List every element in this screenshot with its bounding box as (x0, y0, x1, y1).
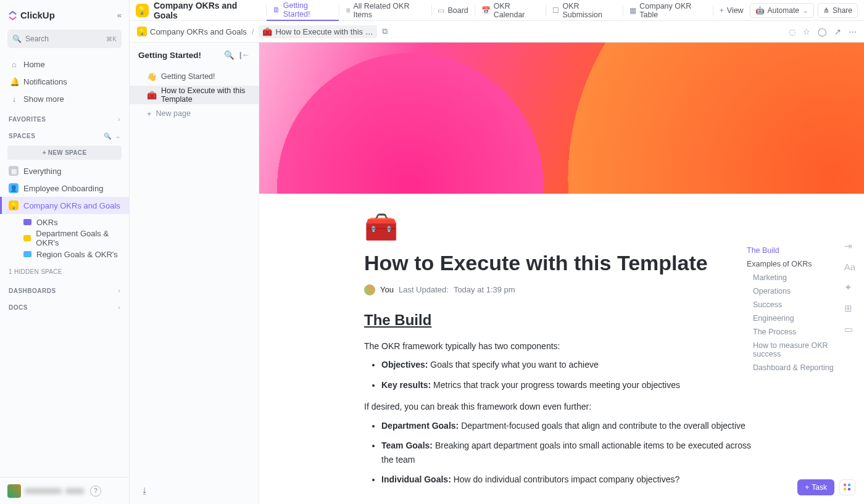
list-item[interactable]: Key results: Metrics that track your pro… (381, 378, 759, 392)
toc-examples[interactable]: Examples of OKRs (747, 257, 852, 271)
subspace-okrs[interactable]: OKRs (0, 214, 129, 230)
breadcrumb-current[interactable]: 🧰How to Execute with this … (259, 25, 376, 38)
comment-icon[interactable]: ◯ (818, 27, 827, 36)
nav-show-more[interactable]: ↓Show more (0, 90, 129, 107)
automate-button[interactable]: 🤖Automate⌄ (750, 3, 814, 18)
tab-add-view[interactable]: +View (713, 0, 750, 21)
author-avatar[interactable] (364, 284, 375, 295)
table-icon: ▦ (629, 6, 636, 15)
svg-rect-0 (844, 484, 846, 486)
right-toolbar: ⇥ Aa ✦ ⊞ ▭ (844, 241, 855, 335)
section-spaces[interactable]: Spaces🔍⌄ (0, 126, 129, 143)
tab-board[interactable]: ▭Board (431, 0, 474, 21)
workspace-name[interactable]: Company OKRs and Goals (154, 1, 259, 20)
apps-button[interactable] (839, 479, 855, 495)
nav-home[interactable]: ⌂Home (0, 56, 129, 73)
doc-meta: You Last Updated: Today at 1:39 pm (364, 284, 759, 295)
toc-success[interactable]: Success (747, 298, 852, 312)
new-task-button[interactable]: +Task (797, 479, 834, 495)
list-breakdown[interactable]: Department Goals: Department-focused goa… (364, 419, 759, 487)
section-dashboards[interactable]: Dashboards› (0, 281, 129, 298)
brand-name: ClickUp (20, 10, 55, 20)
bulb-icon: 💡 (9, 200, 19, 210)
space-okrs-goals[interactable]: 💡Company OKRs and Goals (0, 197, 129, 214)
page-getting-started[interactable]: 👋Getting Started! (130, 67, 259, 86)
heading-the-build[interactable]: The Build (364, 312, 759, 329)
search-icon[interactable]: 🔍 (224, 50, 235, 60)
search-icon: 🔍 (104, 133, 112, 139)
topbar: 💡 Company OKRs and Goals 🗎Getting Starte… (130, 0, 864, 21)
page-how-to-execute[interactable]: 🧰How to Execute with this Template (130, 86, 259, 104)
hidden-spaces-note[interactable]: 1 HIDDEN SPACE (0, 262, 129, 281)
typography-icon[interactable]: Aa (844, 262, 855, 272)
paragraph-break[interactable]: If desired, you can break this framework… (364, 400, 759, 414)
tab-getting-started[interactable]: 🗎Getting Started! (267, 0, 339, 21)
download-icon[interactable]: ⭳ (141, 486, 149, 495)
export-icon[interactable]: ↗ (834, 27, 841, 36)
chevron-right-icon: › (118, 116, 120, 123)
workspace-icon[interactable]: 💡 (136, 4, 149, 17)
star-icon[interactable]: ☆ (803, 27, 810, 36)
share-button[interactable]: ⋔Share (818, 3, 858, 18)
sidebar: ClickUp « 🔍 Search ⌘K ⌂Home 🔔Notificatio… (0, 0, 130, 504)
author-name: You (380, 285, 394, 294)
plus-icon: + (720, 6, 724, 15)
search-input[interactable]: 🔍 Search ⌘K (7, 30, 122, 48)
template-icon[interactable]: ▭ (844, 324, 855, 335)
section-favorites[interactable]: Favorites› (0, 110, 129, 126)
breadcrumb-workspace[interactable]: 💡Company OKRs and Goals (137, 27, 247, 36)
cover-image[interactable] (259, 43, 864, 194)
open-in-new-icon[interactable]: ⧉ (382, 27, 388, 36)
nav-notifications[interactable]: 🔔Notifications (0, 73, 129, 90)
tab-table[interactable]: ▦Company OKR Table (623, 0, 713, 21)
list-components[interactable]: Objectives: Goals that specify what you … (364, 358, 759, 392)
space-onboarding[interactable]: 👤Employee Onboarding (0, 180, 129, 197)
workspace-avatar[interactable] (7, 484, 21, 498)
pages-panel: Getting Started! 🔍|← 👋Getting Started! 🧰… (130, 43, 259, 504)
tab-all-related[interactable]: ≡All Related OKR Items (339, 0, 431, 21)
plus-icon: + (805, 483, 809, 492)
calendar-icon: 📅 (481, 6, 491, 15)
ai-icon[interactable]: ✦ (844, 282, 855, 293)
list-item[interactable]: Individual Goals: How do individual cont… (381, 473, 759, 486)
tab-calendar[interactable]: 📅OKR Calendar (475, 0, 546, 21)
expand-icon[interactable]: ⇥ (844, 241, 855, 252)
clickup-logo-icon (7, 10, 18, 20)
help-icon[interactable]: ? (90, 485, 101, 497)
subspace-dept[interactable]: Department Goals & OKR's (0, 230, 129, 246)
section-docs[interactable]: Docs› (0, 298, 129, 315)
new-page-button[interactable]: +New page (130, 104, 259, 123)
user-detail (65, 488, 84, 494)
list-item[interactable]: Team Goals: Breaking apart department go… (381, 439, 759, 466)
toc-operations[interactable]: Operations (747, 284, 852, 298)
space-everything[interactable]: ▦Everything (0, 162, 129, 180)
collapse-sidebar-icon[interactable]: « (117, 10, 122, 20)
onboarding-icon: 👤 (9, 183, 19, 193)
folder-icon (23, 235, 31, 241)
toc-marketing[interactable]: Marketing (747, 271, 852, 284)
search-shortcut: ⌘K (106, 36, 117, 43)
subspace-region[interactable]: Region Goals & OKR's (0, 246, 129, 262)
new-space-button[interactable]: + NEW SPACE (7, 146, 122, 160)
more-icon[interactable]: ⋯ (849, 27, 857, 36)
doc-icon[interactable]: 🧰 (364, 211, 759, 243)
toc-the-build[interactable]: The Build (747, 244, 852, 257)
list-item[interactable]: Objectives: Goals that specify what you … (381, 358, 759, 371)
attachment-icon[interactable]: ⊞ (844, 303, 855, 314)
grid-icon (844, 484, 851, 491)
badge-icon[interactable]: ◌ (789, 27, 795, 36)
breadcrumb-bar: 💡Company OKRs and Goals / 🧰How to Execut… (130, 21, 864, 43)
toc-engineering[interactable]: Engineering (747, 312, 852, 325)
toc-dashboard[interactable]: Dashboard & Reporting (747, 361, 852, 374)
folder-icon (23, 219, 31, 225)
paragraph-intro[interactable]: The OKR framework typically has two comp… (364, 340, 759, 353)
form-icon: ☐ (552, 6, 559, 15)
collapse-icon[interactable]: |← (239, 50, 250, 60)
tab-submission[interactable]: ☐OKR Submission (546, 0, 623, 21)
list-item[interactable]: Department Goals: Department-focused goa… (381, 419, 759, 432)
doc-title[interactable]: How to Execute with this Template (364, 250, 759, 276)
table-of-contents: The Build Examples of OKRs Marketing Ope… (747, 244, 852, 374)
toc-process[interactable]: The Process (747, 325, 852, 339)
toc-measure[interactable]: How to measure OKR success (747, 339, 852, 361)
share-icon: ⋔ (823, 6, 829, 15)
